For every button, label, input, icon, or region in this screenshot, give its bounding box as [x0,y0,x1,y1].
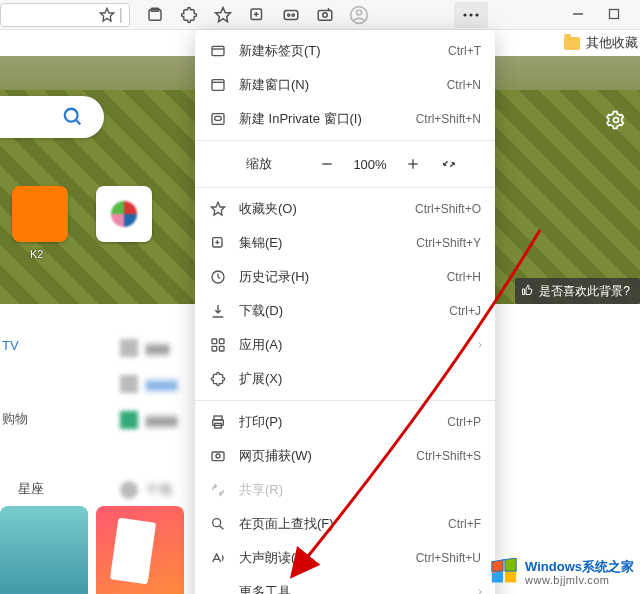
screenshot-icon[interactable] [315,5,335,25]
menu-zoom-row: 缩放 100% [195,145,495,183]
svg-rect-35 [219,346,224,351]
svg-rect-32 [212,339,217,344]
apps-icon [209,336,227,354]
zoom-value: 100% [345,157,395,172]
watermark-url: www.bjjmlv.com [525,574,634,586]
menu-capture-label: 网页捕获(W) [239,447,404,465]
menu-downloads-label: 下载(D) [239,302,437,320]
svg-rect-25 [215,116,222,120]
menu-extensions[interactable]: 扩展(X) [195,362,495,396]
menu-capture[interactable]: 网页捕获(W) Ctrl+Shift+S [195,439,495,473]
menu-share-label: 共享(R) [239,481,481,499]
menu-new-inprivate-label: 新建 InPrivate 窗口(I) [239,110,404,128]
menu-apps[interactable]: 应用(A) [195,328,495,362]
history-icon [209,268,227,286]
menu-print[interactable]: 打印(P) Ctrl+P [195,405,495,439]
menu-collections[interactable]: 集锦(E) Ctrl+Shift+Y [195,226,495,260]
read-aloud-icon [209,549,227,567]
menu-new-tab-label: 新建标签页(T) [239,42,436,60]
menu-more-tools[interactable]: 更多工具 [195,575,495,594]
nav-star[interactable]: 星座 [18,480,44,498]
menu-history-shortcut: Ctrl+H [447,270,481,284]
page-settings-gear-icon[interactable] [606,110,626,130]
collections-plus-icon[interactable] [247,5,267,25]
svg-point-41 [213,519,221,527]
content-card-2[interactable] [96,506,184,594]
menu-read-aloud[interactable]: 大声朗读(U) Ctrl+Shift+U [195,541,495,575]
quicklink-tile-orange[interactable] [12,186,68,242]
menu-find-shortcut: Ctrl+F [448,517,481,531]
watermark: Windows系统之家 www.bjjmlv.com [489,558,634,588]
favorites-star-icon[interactable] [213,5,233,25]
window-minimize-icon[interactable] [572,8,586,22]
menu-separator [195,400,495,401]
profile-avatar-icon[interactable] [349,5,369,25]
menu-new-tab[interactable]: 新建标签页(T) Ctrl+T [195,34,495,68]
favorites-icon [209,200,227,218]
favorites-bar-other[interactable]: 其他收藏 [564,32,638,54]
more-menu-button[interactable] [454,2,488,28]
share-icon [209,481,227,499]
zoom-out-button[interactable] [309,150,345,178]
browser-toolbar: | [0,0,640,30]
extensions-puzzle-icon[interactable] [179,5,199,25]
menu-collections-label: 集锦(E) [239,234,404,252]
svg-point-12 [463,13,466,16]
svg-rect-22 [212,80,224,91]
feed-row-2[interactable]: ▮▮▮▮ [120,374,178,394]
content-card-1[interactable] [0,506,88,594]
tab-actions-icon[interactable] [145,5,165,25]
svg-point-40 [216,454,220,458]
menu-find[interactable]: 在页面上查找(F) Ctrl+F [195,507,495,541]
nav-tv[interactable]: TV [2,338,19,353]
feed-row-3[interactable]: ▮▮▮▮ [120,410,178,430]
zoom-in-button[interactable] [395,150,431,178]
menu-extensions-label: 扩展(X) [239,370,481,388]
background-like-prompt[interactable]: 是否喜欢此背景? [515,278,640,304]
menu-read-aloud-shortcut: Ctrl+Shift+U [416,551,481,565]
feed-row-4[interactable]: 个性 [120,480,174,500]
nav-shopping[interactable]: 购物 [2,410,28,428]
window-maximize-icon[interactable] [608,8,622,22]
swirl-icon [111,201,137,227]
svg-point-11 [357,10,362,15]
feed-row-1[interactable]: ▮▮▮ [120,338,170,358]
extensions-icon [209,370,227,388]
inprivate-mask-icon[interactable] [281,5,301,25]
svg-point-7 [292,14,294,16]
capture-icon [209,447,227,465]
chevron-right-icon [475,587,485,594]
quicklink-tile-white[interactable] [96,186,152,242]
menu-separator [195,140,495,141]
menu-downloads[interactable]: 下载(D) Ctrl+J [195,294,495,328]
menu-new-tab-shortcut: Ctrl+T [448,44,481,58]
svg-rect-16 [610,10,619,19]
menu-history[interactable]: 历史记录(H) Ctrl+H [195,260,495,294]
svg-point-9 [323,13,328,18]
svg-rect-34 [212,346,217,351]
collections-icon [209,234,227,252]
svg-rect-5 [284,11,298,20]
menu-new-window-shortcut: Ctrl+N [447,78,481,92]
svg-rect-24 [212,114,224,125]
windows-logo-icon [489,558,519,588]
menu-apps-label: 应用(A) [239,336,481,354]
menu-downloads-shortcut: Ctrl+J [449,304,481,318]
menu-new-inprivate[interactable]: 新建 InPrivate 窗口(I) Ctrl+Shift+N [195,102,495,136]
menu-history-label: 历史记录(H) [239,268,435,286]
menu-print-label: 打印(P) [239,413,435,431]
menu-collections-shortcut: Ctrl+Shift+Y [416,236,481,250]
search-pill[interactable] [0,96,104,138]
svg-rect-39 [212,452,224,461]
svg-line-19 [76,120,81,125]
menu-favorites[interactable]: 收藏夹(O) Ctrl+Shift+O [195,192,495,226]
favorite-star-icon[interactable] [99,7,115,23]
favorites-other-label: 其他收藏 [586,34,638,52]
menu-zoom-label: 缩放 [209,155,309,173]
svg-rect-8 [318,11,332,21]
svg-marker-3 [216,8,231,22]
thumbs-up-icon [521,284,533,296]
fullscreen-button[interactable] [431,150,467,178]
menu-new-window-label: 新建窗口(N) [239,76,435,94]
menu-new-window[interactable]: 新建窗口(N) Ctrl+N [195,68,495,102]
